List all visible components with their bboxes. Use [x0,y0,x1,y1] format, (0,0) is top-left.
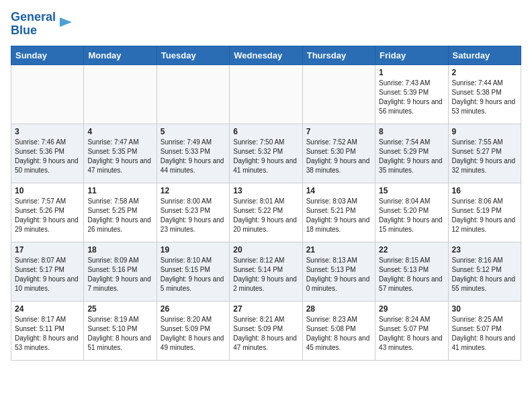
day-number: 13 [233,186,298,195]
day-info: Sunrise: 7:43 AM Sunset: 5:39 PM Dayligh… [379,79,444,116]
day-number: 6 [233,127,298,136]
calendar-cell: 6Sunrise: 7:50 AM Sunset: 5:32 PM Daylig… [230,124,302,183]
day-number: 30 [452,304,517,314]
day-number: 26 [161,304,226,314]
calendar-cell: 8Sunrise: 7:54 AM Sunset: 5:29 PM Daylig… [375,124,448,183]
day-info: Sunrise: 8:06 AM Sunset: 5:19 PM Dayligh… [452,197,517,234]
day-number: 19 [161,245,226,255]
day-number: 15 [379,186,444,195]
calendar-cell: 18Sunrise: 8:09 AM Sunset: 5:16 PM Dayli… [84,242,157,301]
calendar-cell [230,64,302,124]
calendar-cell: 15Sunrise: 8:04 AM Sunset: 5:20 PM Dayli… [375,183,448,242]
day-number: 11 [87,186,152,195]
day-info: Sunrise: 7:57 AM Sunset: 5:26 PM Dayligh… [15,197,80,234]
day-number: 5 [161,127,226,136]
day-number: 3 [15,127,80,136]
day-info: Sunrise: 7:47 AM Sunset: 5:35 PM Dayligh… [87,138,152,175]
calendar-cell [11,64,84,124]
calendar-header-row: SundayMondayTuesdayWednesdayThursdayFrid… [11,46,521,64]
day-info: Sunrise: 8:03 AM Sunset: 5:21 PM Dayligh… [306,197,371,234]
day-number: 21 [306,245,371,255]
day-info: Sunrise: 8:00 AM Sunset: 5:23 PM Dayligh… [161,197,226,234]
day-number: 12 [161,186,226,195]
calendar-cell: 25Sunrise: 8:19 AM Sunset: 5:10 PM Dayli… [84,301,157,360]
day-number: 25 [87,304,152,314]
day-number: 24 [15,304,80,314]
day-number: 16 [452,186,517,195]
day-info: Sunrise: 8:12 AM Sunset: 5:14 PM Dayligh… [233,256,298,293]
weekday-header-saturday: Saturday [448,46,521,64]
calendar-cell: 2Sunrise: 7:44 AM Sunset: 5:38 PM Daylig… [448,64,521,124]
calendar-cell: 26Sunrise: 8:20 AM Sunset: 5:09 PM Dayli… [157,301,229,360]
calendar-cell: 28Sunrise: 8:23 AM Sunset: 5:08 PM Dayli… [302,301,375,360]
calendar-cell: 13Sunrise: 8:01 AM Sunset: 5:22 PM Dayli… [230,183,302,242]
logo: General Blue [11,11,73,38]
day-info: Sunrise: 8:04 AM Sunset: 5:20 PM Dayligh… [379,197,444,234]
day-number: 7 [306,127,371,136]
day-number: 27 [233,304,298,314]
day-number: 29 [379,304,444,314]
day-number: 14 [306,186,371,195]
day-number: 9 [452,127,517,136]
day-info: Sunrise: 7:50 AM Sunset: 5:32 PM Dayligh… [233,138,298,175]
day-info: Sunrise: 8:17 AM Sunset: 5:11 PM Dayligh… [15,315,80,353]
day-info: Sunrise: 8:25 AM Sunset: 5:07 PM Dayligh… [452,315,517,353]
weekday-header-monday: Monday [84,46,157,64]
calendar-week-row: 17Sunrise: 8:07 AM Sunset: 5:17 PM Dayli… [11,242,521,301]
calendar-week-row: 3Sunrise: 7:46 AM Sunset: 5:36 PM Daylig… [11,124,521,183]
weekday-header-friday: Friday [375,46,448,64]
logo-text: General [11,11,56,24]
calendar-cell: 10Sunrise: 7:57 AM Sunset: 5:26 PM Dayli… [11,183,84,242]
day-info: Sunrise: 7:44 AM Sunset: 5:38 PM Dayligh… [452,79,517,116]
calendar-cell: 11Sunrise: 7:58 AM Sunset: 5:25 PM Dayli… [84,183,157,242]
day-info: Sunrise: 8:07 AM Sunset: 5:17 PM Dayligh… [15,256,80,293]
calendar-cell: 27Sunrise: 8:21 AM Sunset: 5:09 PM Dayli… [230,301,302,360]
calendar-week-row: 10Sunrise: 7:57 AM Sunset: 5:26 PM Dayli… [11,183,521,242]
calendar-cell: 19Sunrise: 8:10 AM Sunset: 5:15 PM Dayli… [157,242,229,301]
day-info: Sunrise: 8:20 AM Sunset: 5:09 PM Dayligh… [161,315,226,353]
day-info: Sunrise: 8:15 AM Sunset: 5:13 PM Dayligh… [379,256,444,293]
calendar-cell: 5Sunrise: 7:49 AM Sunset: 5:33 PM Daylig… [157,124,229,183]
calendar-cell: 12Sunrise: 8:00 AM Sunset: 5:23 PM Dayli… [157,183,229,242]
day-number: 17 [15,245,80,255]
day-info: Sunrise: 8:23 AM Sunset: 5:08 PM Dayligh… [306,315,371,353]
day-info: Sunrise: 8:16 AM Sunset: 5:12 PM Dayligh… [452,256,517,293]
calendar-cell: 20Sunrise: 8:12 AM Sunset: 5:14 PM Dayli… [230,242,302,301]
day-number: 18 [87,245,152,255]
calendar-cell [302,64,375,124]
day-info: Sunrise: 7:52 AM Sunset: 5:30 PM Dayligh… [306,138,371,175]
weekday-header-sunday: Sunday [11,46,84,64]
day-number: 22 [379,245,444,255]
day-info: Sunrise: 8:19 AM Sunset: 5:10 PM Dayligh… [87,315,152,353]
svg-marker-0 [60,17,72,27]
day-info: Sunrise: 7:46 AM Sunset: 5:36 PM Dayligh… [15,138,80,175]
day-number: 20 [233,245,298,255]
day-info: Sunrise: 8:09 AM Sunset: 5:16 PM Dayligh… [87,256,152,293]
day-number: 28 [306,304,371,314]
calendar-cell: 14Sunrise: 8:03 AM Sunset: 5:21 PM Dayli… [302,183,375,242]
calendar-cell: 24Sunrise: 8:17 AM Sunset: 5:11 PM Dayli… [11,301,84,360]
calendar-week-row: 1Sunrise: 7:43 AM Sunset: 5:39 PM Daylig… [11,64,521,124]
weekday-header-tuesday: Tuesday [157,46,229,64]
day-info: Sunrise: 7:54 AM Sunset: 5:29 PM Dayligh… [379,138,444,175]
calendar-cell: 7Sunrise: 7:52 AM Sunset: 5:30 PM Daylig… [302,124,375,183]
day-number: 1 [379,68,444,77]
day-number: 23 [452,245,517,255]
weekday-header-wednesday: Wednesday [230,46,302,64]
calendar-cell: 30Sunrise: 8:25 AM Sunset: 5:07 PM Dayli… [448,301,521,360]
logo-arrow-icon [58,15,73,30]
weekday-header-thursday: Thursday [302,46,375,64]
logo-subtext: Blue [11,24,56,38]
calendar-cell: 21Sunrise: 8:13 AM Sunset: 5:13 PM Dayli… [302,242,375,301]
calendar-cell: 16Sunrise: 8:06 AM Sunset: 5:19 PM Dayli… [448,183,521,242]
calendar-week-row: 24Sunrise: 8:17 AM Sunset: 5:11 PM Dayli… [11,301,521,360]
calendar-cell: 29Sunrise: 8:24 AM Sunset: 5:07 PM Dayli… [375,301,448,360]
day-info: Sunrise: 7:49 AM Sunset: 5:33 PM Dayligh… [161,138,226,175]
page-header: General Blue [11,11,521,38]
day-info: Sunrise: 8:21 AM Sunset: 5:09 PM Dayligh… [233,315,298,353]
calendar-cell [157,64,229,124]
day-info: Sunrise: 7:55 AM Sunset: 5:27 PM Dayligh… [452,138,517,175]
calendar-cell: 1Sunrise: 7:43 AM Sunset: 5:39 PM Daylig… [375,64,448,124]
day-info: Sunrise: 8:13 AM Sunset: 5:13 PM Dayligh… [306,256,371,293]
day-number: 4 [87,127,152,136]
